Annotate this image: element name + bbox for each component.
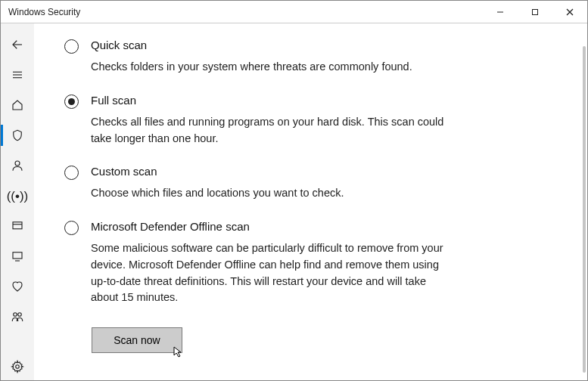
option-desc: Checks folders in your system where thre… bbox=[91, 59, 454, 76]
svg-rect-11 bbox=[13, 252, 22, 259]
option-title: Full scan bbox=[91, 94, 542, 107]
scrollbar[interactable] bbox=[583, 46, 586, 373]
minimize-button[interactable] bbox=[483, 1, 518, 23]
svg-point-13 bbox=[14, 313, 17, 317]
content-area: Quick scan Checks folders in your system… bbox=[34, 23, 587, 380]
option-custom-scan[interactable]: Custom scan Choose which files and locat… bbox=[64, 165, 542, 202]
radio-quick-scan[interactable] bbox=[64, 39, 79, 54]
svg-point-8 bbox=[15, 161, 20, 166]
sidebar-back[interactable] bbox=[1, 31, 34, 58]
sidebar-home[interactable] bbox=[1, 91, 34, 119]
option-text: Quick scan Checks folders in your system… bbox=[91, 39, 542, 76]
svg-point-15 bbox=[16, 365, 20, 369]
sidebar-device-health[interactable] bbox=[1, 273, 34, 300]
settings-icon bbox=[11, 360, 24, 373]
shield-icon bbox=[11, 129, 24, 142]
option-text: Custom scan Choose which files and locat… bbox=[91, 165, 542, 202]
firewall-icon: ((•)) bbox=[7, 190, 29, 203]
svg-point-14 bbox=[18, 313, 22, 317]
close-button[interactable] bbox=[552, 1, 587, 23]
family-icon bbox=[11, 310, 24, 324]
sidebar-menu[interactable] bbox=[1, 61, 34, 88]
radio-full-scan[interactable] bbox=[64, 94, 79, 109]
device-health-icon bbox=[11, 280, 24, 293]
option-text: Microsoft Defender Offline scan Some mal… bbox=[91, 220, 542, 306]
menu-icon bbox=[11, 68, 24, 82]
back-icon bbox=[11, 38, 24, 51]
maximize-button[interactable] bbox=[518, 1, 552, 23]
minimize-icon bbox=[496, 8, 504, 16]
option-desc: Some malicious software can be particula… bbox=[91, 240, 454, 306]
account-icon bbox=[11, 159, 24, 172]
option-title: Quick scan bbox=[91, 39, 542, 51]
titlebar: Windows Security bbox=[1, 1, 587, 23]
sidebar-virus-protection[interactable] bbox=[1, 122, 34, 149]
option-title: Microsoft Defender Offline scan bbox=[91, 220, 542, 233]
svg-rect-9 bbox=[13, 222, 22, 229]
option-desc: Checks all files and running programs on… bbox=[91, 114, 454, 147]
home-icon bbox=[11, 98, 24, 112]
sidebar: ((•)) bbox=[1, 23, 34, 380]
option-text: Full scan Checks all files and running p… bbox=[91, 94, 542, 147]
sidebar-account-protection[interactable] bbox=[1, 152, 34, 179]
option-quick-scan[interactable]: Quick scan Checks folders in your system… bbox=[64, 39, 542, 76]
radio-offline-scan[interactable] bbox=[64, 221, 79, 235]
scan-now-button[interactable]: Scan now bbox=[92, 327, 182, 353]
option-title: Custom scan bbox=[91, 165, 542, 178]
maximize-icon bbox=[531, 8, 539, 16]
sidebar-app-browser[interactable] bbox=[1, 212, 34, 240]
sidebar-settings[interactable] bbox=[1, 353, 34, 380]
sidebar-device-security[interactable] bbox=[1, 243, 34, 270]
close-icon bbox=[566, 8, 574, 16]
window-title: Windows Security bbox=[8, 7, 483, 17]
scan-now-label: Scan now bbox=[114, 334, 160, 346]
option-offline-scan[interactable]: Microsoft Defender Offline scan Some mal… bbox=[64, 220, 542, 306]
sidebar-firewall[interactable]: ((•)) bbox=[1, 182, 34, 209]
app-browser-icon bbox=[11, 219, 24, 233]
option-desc: Choose which files and locations you wan… bbox=[91, 185, 454, 202]
cursor-icon bbox=[173, 345, 185, 360]
svg-rect-1 bbox=[533, 9, 538, 14]
window-root: Windows Security bbox=[0, 0, 588, 381]
device-security-icon bbox=[11, 249, 24, 263]
scan-options: Quick scan Checks folders in your system… bbox=[34, 23, 587, 380]
option-full-scan[interactable]: Full scan Checks all files and running p… bbox=[64, 94, 542, 147]
body: ((•)) Qui bbox=[1, 23, 587, 380]
radio-custom-scan[interactable] bbox=[64, 166, 79, 180]
sidebar-family[interactable] bbox=[1, 303, 34, 330]
